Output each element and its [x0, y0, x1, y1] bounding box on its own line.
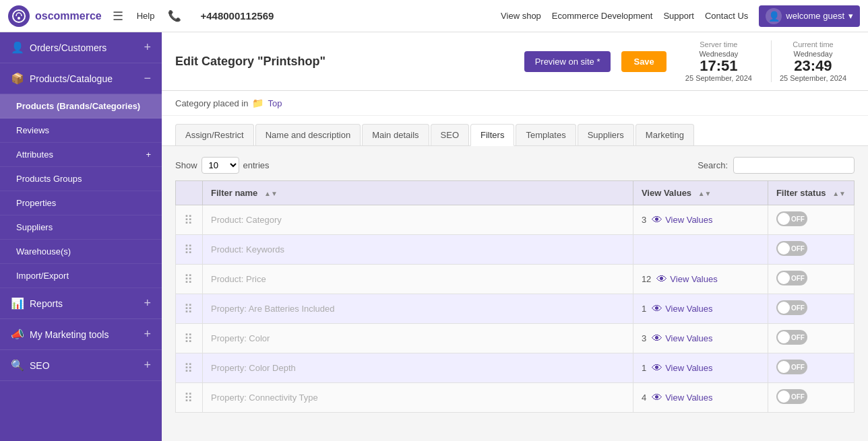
sidebar-item-suppliers[interactable]: Suppliers: [0, 215, 162, 240]
drag-handle[interactable]: ⠿: [176, 383, 203, 413]
tab-main-details[interactable]: Main details: [362, 124, 429, 145]
drag-icon: ⠿: [184, 332, 193, 345]
col-drag: [176, 181, 203, 205]
filter-name-text: Property: Color: [211, 333, 270, 343]
sidebar-item-import-export[interactable]: Import/Export: [0, 264, 162, 288]
drag-handle[interactable]: ⠿: [176, 265, 203, 294]
sidebar-item-properties[interactable]: Properties: [0, 191, 162, 215]
show-entries-select[interactable]: 10 25 50 100: [202, 157, 239, 174]
drag-handle[interactable]: ⠿: [176, 353, 203, 383]
view-values-link[interactable]: 👁 View Values: [652, 333, 712, 345]
folder-icon: 📁: [252, 98, 264, 108]
save-button[interactable]: Save: [621, 51, 666, 72]
filter-status-toggle[interactable]: OFF: [776, 211, 807, 226]
table-row: ⠿Product: Category 3 👁 View Values OFF: [176, 205, 855, 235]
filter-status-toggle[interactable]: OFF: [776, 330, 807, 345]
breadcrumb-link[interactable]: Top: [268, 98, 282, 108]
sidebar-item-marketing-tools[interactable]: 📣 My Marketing tools +: [0, 319, 162, 350]
sidebar-item-orders-customers[interactable]: 👤 Orders/Customers +: [0, 32, 162, 63]
ecommerce-dev-link[interactable]: Ecommerce Development: [552, 11, 653, 21]
show-entries: Show 10 25 50 100 entries: [175, 157, 270, 174]
sidebar-item-reports[interactable]: 📊 Reports +: [0, 288, 162, 319]
drag-handle[interactable]: ⠿: [176, 205, 203, 235]
main-content: Edit Category "Printshop" Preview on sit…: [162, 32, 868, 441]
view-values-cell[interactable]: 3 👁 View Values: [633, 205, 768, 235]
preview-on-site-button[interactable]: Preview on site *: [524, 51, 611, 72]
col-view-values[interactable]: View Values ▲▼: [633, 181, 768, 205]
user-arrow-icon: ▾: [848, 11, 853, 21]
filter-status-toggle[interactable]: OFF: [776, 389, 807, 404]
tab-templates[interactable]: Templates: [516, 124, 576, 145]
col-filter-name[interactable]: Filter name ▲▼: [203, 181, 633, 205]
drag-handle[interactable]: ⠿: [176, 324, 203, 353]
filter-status-toggle[interactable]: OFF: [776, 300, 807, 315]
sidebar-item-warehouses[interactable]: Warehouse(s): [0, 240, 162, 264]
drag-icon: ⠿: [184, 362, 193, 375]
view-values-link[interactable]: 👁 View Values: [652, 392, 712, 404]
tab-assign-restrict[interactable]: Assign/Restrict: [175, 124, 254, 145]
drag-icon: ⠿: [184, 391, 193, 405]
filter-name-text: Property: Are Batteries Included: [211, 304, 335, 314]
filter-status-cell[interactable]: OFF: [768, 383, 854, 413]
filter-status-cell[interactable]: OFF: [768, 294, 854, 324]
svg-point-1: [18, 17, 20, 20]
sidebar-item-products-brands[interactable]: Products (Brands/Categories): [0, 94, 162, 118]
eye-icon: 👁: [652, 362, 662, 374]
hamburger-icon[interactable]: ☰: [113, 9, 123, 24]
filter-status-cell[interactable]: OFF: [768, 235, 854, 265]
drag-handle[interactable]: ⠿: [176, 235, 203, 265]
filter-status-toggle[interactable]: OFF: [776, 241, 807, 256]
filter-status-cell[interactable]: OFF: [768, 205, 854, 235]
view-values-cell[interactable]: 12 👁 View Values: [633, 265, 768, 294]
search-label: Search:: [698, 160, 728, 170]
view-values-cell[interactable]: 4 👁 View Values: [633, 383, 768, 413]
sidebar: 👤 Orders/Customers + 📦 Products/Catalogu…: [0, 32, 162, 441]
view-values-cell[interactable]: 1 👁 View Values: [633, 353, 768, 383]
col-view-values-label: View Values: [642, 188, 691, 198]
tab-marketing[interactable]: Marketing: [636, 124, 694, 145]
filter-status-toggle[interactable]: OFF: [776, 360, 807, 374]
sidebar-item-attributes[interactable]: Attributes +: [0, 143, 162, 167]
view-shop-link[interactable]: View shop: [501, 11, 541, 21]
logo[interactable]: oscommerce: [8, 5, 102, 27]
tab-filters[interactable]: Filters: [470, 124, 514, 146]
sidebar-item-seo[interactable]: 🔍 SEO +: [0, 350, 162, 381]
sidebar-item-products-groups[interactable]: Products Groups: [0, 167, 162, 191]
eye-icon: 👁: [652, 303, 662, 315]
toggle-knob: [778, 213, 790, 225]
view-values-cell[interactable]: 3 👁 View Values: [633, 324, 768, 353]
filter-name-text: Product: Price: [211, 274, 266, 284]
table-row: ⠿Product: Price 12 👁 View Values OFF: [176, 265, 855, 294]
tab-suppliers[interactable]: Suppliers: [578, 124, 634, 145]
filter-status-toggle[interactable]: OFF: [776, 271, 807, 285]
server-time-block: Server time Wednesday 17:51 25 September…: [677, 40, 760, 82]
view-values-link[interactable]: 👁 View Values: [652, 214, 712, 226]
user-menu[interactable]: 👤 welcome guest ▾: [759, 5, 860, 27]
filter-status-cell[interactable]: OFF: [768, 353, 854, 383]
products-catalogue-label: Products/Catalogue: [30, 73, 138, 84]
layout: 👤 Orders/Customers + 📦 Products/Catalogu…: [0, 32, 868, 441]
filter-status-cell[interactable]: OFF: [768, 265, 854, 294]
sort-filter-status-icon: ▲▼: [832, 190, 846, 197]
sidebar-item-products-catalogue[interactable]: 📦 Products/Catalogue −: [0, 63, 162, 94]
contact-us-link[interactable]: Contact Us: [705, 11, 748, 21]
drag-handle[interactable]: ⠿: [176, 294, 203, 324]
filter-name-cell: Product: Keywords: [203, 235, 633, 265]
help-link[interactable]: Help: [137, 11, 155, 21]
breadcrumb-text: Category placed in: [175, 98, 248, 108]
view-values-cell[interactable]: 1 👁 View Values: [633, 294, 768, 324]
toggle-knob: [778, 391, 790, 403]
table-area: Show 10 25 50 100 entries Search:: [162, 146, 868, 423]
sidebar-item-reviews[interactable]: Reviews: [0, 118, 162, 143]
filter-status-cell[interactable]: OFF: [768, 324, 854, 353]
server-date2: 25 September, 2024: [685, 74, 752, 82]
tab-name-description[interactable]: Name and description: [255, 124, 361, 145]
search-input[interactable]: [733, 157, 855, 174]
view-values-link[interactable]: 👁 View Values: [656, 273, 717, 285]
table-row: ⠿Property: Connectivity Type 4 👁 View Va…: [176, 383, 855, 413]
tab-seo[interactable]: SEO: [431, 124, 469, 145]
support-link[interactable]: Support: [663, 11, 694, 21]
col-filter-status[interactable]: Filter status ▲▼: [768, 181, 854, 205]
view-values-link[interactable]: 👁 View Values: [652, 303, 712, 315]
view-values-link[interactable]: 👁 View Values: [652, 362, 712, 374]
